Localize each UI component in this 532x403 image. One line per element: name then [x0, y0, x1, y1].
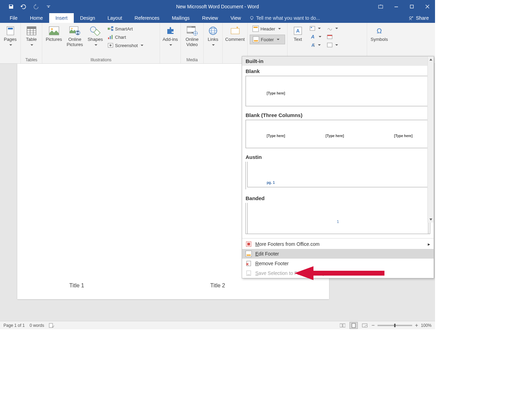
- quick-parts-button[interactable]: [308, 25, 323, 32]
- svg-point-12: [71, 28, 73, 29]
- chart-button[interactable]: Chart: [106, 33, 145, 41]
- header-button[interactable]: Header: [250, 24, 285, 33]
- footer-preview-banded[interactable]: 1: [246, 203, 430, 234]
- more-footers-menu[interactable]: MMore Footers from Office.comore Footers…: [242, 239, 434, 249]
- close-button[interactable]: [419, 0, 435, 13]
- dropdown-scrollbar[interactable]: [427, 56, 434, 223]
- lightbulb-icon: [249, 16, 254, 20]
- tab-file[interactable]: File: [3, 13, 24, 23]
- header-icon: [252, 26, 259, 32]
- tab-insert[interactable]: Insert: [49, 13, 74, 23]
- addins-icon: [165, 25, 176, 36]
- pictures-icon: [48, 25, 60, 36]
- footer-style-blank: Blank: [246, 67, 430, 76]
- share-button[interactable]: Share: [402, 13, 435, 23]
- footer-preview-blank[interactable]: [Type here]: [246, 76, 430, 106]
- signature-button[interactable]: [325, 25, 340, 32]
- comment-button[interactable]: Comment: [225, 24, 245, 42]
- svg-rect-33: [311, 27, 312, 28]
- edit-footer-menu[interactable]: Edit Footer Edit Footer: [242, 249, 434, 259]
- svg-point-51: [365, 325, 367, 328]
- tab-layout[interactable]: Layout: [101, 13, 128, 23]
- web-layout-button[interactable]: [361, 322, 369, 329]
- svg-rect-37: [327, 35, 332, 36]
- quickparts-icon: [310, 26, 315, 31]
- pictures-button[interactable]: Pictures: [44, 24, 63, 42]
- screenshot-button[interactable]: Screenshot: [106, 42, 145, 49]
- qat-customize[interactable]: [42, 0, 55, 13]
- zoom-out-button[interactable]: −: [372, 322, 375, 329]
- minimize-button[interactable]: [388, 0, 404, 13]
- tab-design[interactable]: Design: [74, 13, 101, 23]
- zoom-level[interactable]: 100%: [421, 323, 432, 328]
- share-icon: [408, 15, 414, 21]
- undo-button[interactable]: [17, 0, 30, 13]
- tell-me-search[interactable]: Tell me what you want to do...: [249, 13, 320, 23]
- smartart-button[interactable]: SmartArt: [106, 25, 145, 33]
- scroll-down-icon[interactable]: [428, 216, 434, 223]
- symbols-button[interactable]: Ω Symbols: [369, 24, 389, 42]
- object-icon: [327, 43, 332, 47]
- remove-footer-menu[interactable]: Remove Footer Remove Footer: [242, 259, 434, 268]
- statusbar: Page 1 of 1 0 words − + 100%: [0, 321, 435, 329]
- zoom-slider[interactable]: [378, 325, 412, 326]
- pages-button[interactable]: Pages: [2, 24, 18, 47]
- zoom-in-button[interactable]: +: [415, 322, 418, 329]
- signature-icon: [327, 26, 332, 31]
- wordart-button[interactable]: A: [308, 33, 323, 40]
- svg-rect-20: [110, 36, 111, 39]
- svg-rect-16: [108, 28, 110, 30]
- table-button[interactable]: Table: [23, 24, 40, 47]
- svg-rect-38: [327, 43, 332, 47]
- titlebar: New Microsoft Word Document - Word: [0, 0, 435, 13]
- tab-mailings[interactable]: Mailings: [166, 13, 196, 23]
- footer-dropdown: Built-in Blank [Type here] Blank (Three …: [242, 56, 434, 278]
- ribbon-display-options[interactable]: [373, 0, 388, 13]
- save-selection-menu: Save Selection to Footer Gallery... Save…: [242, 268, 434, 278]
- tab-references[interactable]: References: [128, 13, 166, 23]
- tab-view[interactable]: View: [224, 13, 247, 23]
- datetime-icon: [327, 34, 332, 39]
- shapes-icon: [90, 25, 101, 36]
- svg-rect-41: [247, 243, 250, 245]
- print-layout-button[interactable]: [349, 322, 358, 329]
- remove-footer-icon: [246, 260, 252, 267]
- footer-preview-austin[interactable]: pg. 1: [246, 162, 430, 189]
- wordart-icon: A: [310, 34, 316, 39]
- read-mode-button[interactable]: [338, 322, 347, 329]
- shapes-button[interactable]: Shapes: [86, 24, 104, 47]
- svg-rect-15: [94, 29, 100, 36]
- textbox-icon: A: [292, 25, 303, 36]
- video-icon: [187, 25, 198, 36]
- drop-cap-button[interactable]: A: [308, 42, 323, 48]
- page-indicator[interactable]: Page 1 of 1: [3, 323, 25, 328]
- window-title: New Microsoft Word Document - Word: [176, 4, 259, 9]
- text-box-button[interactable]: A Text: [290, 24, 306, 42]
- word-count[interactable]: 0 words: [29, 323, 44, 328]
- svg-text:A: A: [296, 28, 300, 34]
- svg-rect-6: [8, 28, 13, 29]
- maximize-button[interactable]: [404, 0, 419, 13]
- footer-style-austin: Austin: [246, 153, 430, 162]
- proofing-icon[interactable]: [49, 323, 54, 328]
- screenshot-icon: [108, 43, 113, 48]
- footer-icon: [253, 36, 259, 43]
- addins-button[interactable]: Add-ins: [162, 24, 178, 47]
- builtin-heading: Built-in: [242, 56, 434, 66]
- chevron-right-icon: ▸: [428, 241, 430, 247]
- online-pictures-button[interactable]: Online Pictures: [65, 24, 85, 47]
- save-button[interactable]: [5, 0, 17, 13]
- tab-review[interactable]: Review: [196, 13, 224, 23]
- online-video-button[interactable]: Online Video: [183, 24, 201, 47]
- footer-button[interactable]: Footer: [250, 35, 285, 44]
- footer-preview-blank3[interactable]: [Type here] [Type here] [Type here]: [246, 120, 430, 148]
- date-time-button[interactable]: [325, 33, 340, 40]
- links-button[interactable]: Links: [206, 24, 220, 47]
- redo-button[interactable]: [30, 0, 42, 13]
- tab-home[interactable]: Home: [24, 13, 49, 23]
- footer-text-1: Title 1: [69, 283, 84, 289]
- object-button[interactable]: [325, 42, 340, 48]
- svg-rect-17: [111, 26, 113, 28]
- comment-icon: [230, 25, 241, 36]
- scroll-up-icon[interactable]: [428, 56, 434, 63]
